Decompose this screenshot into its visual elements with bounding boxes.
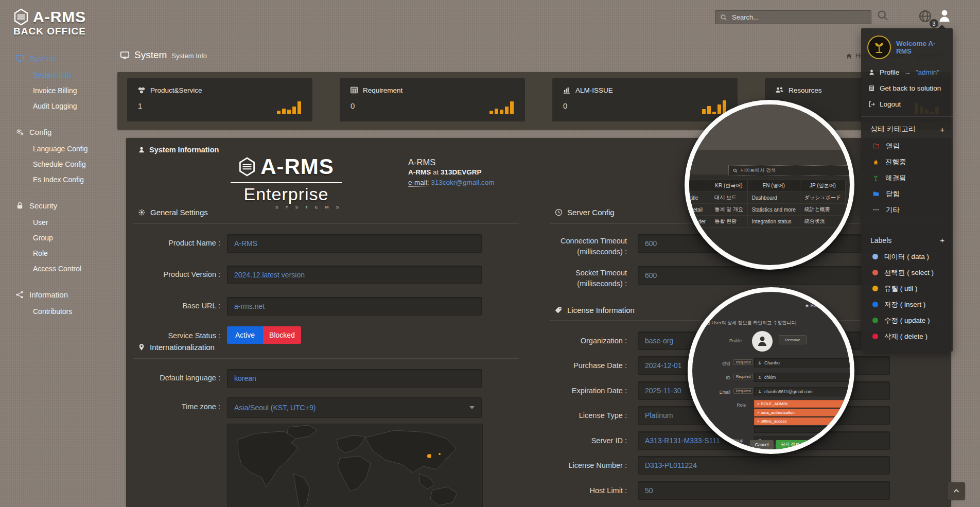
mini-required-badge: Required: [733, 388, 753, 394]
sidebar-item-system-info[interactable]: System Info: [0, 67, 116, 83]
sidebar-item-group[interactable]: Group: [0, 230, 116, 246]
server-id-label: Server ID :: [529, 436, 627, 445]
label-item-select[interactable]: 선택된 ( select ): [861, 265, 953, 281]
status-label: 열림: [886, 142, 900, 151]
search-input[interactable]: [731, 13, 866, 22]
status-item-in-progress[interactable]: 진행중: [861, 154, 953, 170]
sidebar-section-security[interactable]: Security: [0, 197, 116, 215]
user-dropdown-menu: Welcome A-RMS Profile → "admin" Get back…: [861, 28, 953, 352]
get-back-label: Get back to solution: [880, 84, 941, 92]
sidebar-item-language-config[interactable]: Language Config: [0, 141, 116, 156]
base-url-input[interactable]: [227, 297, 482, 316]
status-label: 진행중: [885, 158, 906, 167]
sidebar-item-access-control[interactable]: Access Control: [0, 261, 116, 276]
status-label: 기타: [886, 205, 900, 215]
sidebar-item-schedule-config[interactable]: Schedule Config: [0, 156, 116, 172]
status-item-open[interactable]: 열림: [861, 138, 953, 154]
mini-email-input: chanho9611@gmail.com: [754, 387, 850, 396]
mini-role-tag: × ROLE_ADMIN: [754, 400, 850, 408]
sidebar-section-system[interactable]: System: [0, 49, 116, 67]
topbar-divider: [900, 8, 900, 26]
logout-item[interactable]: Logout: [861, 96, 953, 112]
logo-sub-text: Enterprise: [231, 184, 342, 204]
mini-role-label: Role: [723, 403, 746, 408]
monitor-icon: [15, 54, 24, 63]
label-item-data[interactable]: 데이터 ( data ): [861, 249, 953, 265]
status-item-resolved[interactable]: 해결됨: [861, 170, 953, 186]
logo-hexagon-icon: [238, 157, 256, 177]
table-grid-icon: [350, 86, 358, 94]
get-back-to-solution-item[interactable]: Get back to solution: [861, 80, 953, 96]
label-dot: [872, 318, 878, 323]
label-text: 삭제 ( delete ): [884, 332, 927, 341]
product-version-input[interactable]: [227, 266, 482, 284]
mini-cancel-button: Cancel: [750, 440, 774, 449]
person-icon: [138, 146, 145, 153]
section-title: General Settings: [150, 208, 208, 217]
scroll-to-top-button[interactable]: [948, 482, 965, 500]
purchase-date-label: Purchase Date :: [529, 361, 627, 370]
add-label-button[interactable]: +: [940, 236, 944, 244]
sidebar-item-role[interactable]: Role: [0, 246, 116, 261]
stat-card-product-service[interactable]: Product&Service 1: [127, 78, 312, 121]
world-map[interactable]: [227, 424, 483, 507]
mini-bar-chart: [277, 98, 301, 114]
sidebar-section-label: System: [29, 54, 55, 63]
panel-title: System Information: [149, 146, 219, 154]
divider: [133, 358, 519, 359]
search-submit-icon[interactable]: [877, 9, 889, 22]
sidebar-section-config[interactable]: Config: [0, 123, 116, 141]
contact-company-link[interactable]: 313DEVGRP: [441, 168, 482, 176]
brand-hexagon-icon: [13, 8, 29, 26]
default-language-input[interactable]: [227, 369, 482, 388]
service-status-active-button[interactable]: Active: [227, 326, 263, 344]
socket-timeout-label: Socket Timeout(milliseconds) :: [529, 268, 627, 289]
product-name-input[interactable]: [227, 234, 482, 253]
status-category-header: 상태 카테고리 +: [861, 120, 953, 138]
page-title-main: System: [134, 49, 167, 61]
sidebar-item-user[interactable]: User: [0, 215, 116, 230]
profile-label: Profile: [880, 68, 899, 76]
contact-product: A-RMS: [408, 157, 495, 167]
brand-subtitle: BACK OFFICE: [13, 26, 86, 37]
mini-email-label: Email: [708, 390, 730, 395]
license-number-input[interactable]: [638, 456, 890, 475]
status-item-etc[interactable]: 기타: [861, 202, 953, 218]
sidebar-item-audit-logging[interactable]: Audit Logging: [0, 98, 116, 114]
sidebar-section-information[interactable]: Information: [0, 286, 116, 304]
email-link[interactable]: 313cokr@gmail.com: [431, 179, 494, 186]
server-config-header: Server Config: [555, 208, 615, 217]
contact-block: A-RMS A-RMS at 313DEVGRP e-mail: 313cokr…: [408, 157, 495, 188]
section-title: Internationalization: [150, 343, 215, 352]
gear-icon: [138, 208, 146, 216]
profile-menu-item[interactable]: Profile → "admin": [861, 64, 953, 80]
sidebar-item-es-index-config[interactable]: Es Index Config: [0, 172, 116, 187]
logo-tiny-text: S Y S T E M S: [231, 205, 342, 209]
sidebar-item-contributors[interactable]: Contributors: [0, 304, 116, 319]
host-limit-input[interactable]: [638, 481, 890, 500]
stat-card-alm-issue[interactable]: ALM-ISSUE 0: [552, 78, 738, 121]
brand-logo[interactable]: A-RMS BACK OFFICE: [13, 8, 86, 37]
user-menu-icon[interactable]: [937, 8, 952, 24]
sidebar-item-invoice-billing[interactable]: Invoice Billing: [0, 83, 116, 98]
arms-enterprise-logo: A-RMS Enterprise S Y S T E M S: [231, 154, 342, 209]
label-item-delete[interactable]: 삭제 ( delete ): [861, 328, 953, 344]
welcome-text: Welcome A-RMS: [896, 40, 947, 55]
time-zone-select[interactable]: Asia/Seoul (KST, UTC+9): [227, 397, 482, 418]
internationalization-header: Internationalization: [138, 343, 215, 352]
contact-company-bold: A-RMS: [408, 168, 431, 176]
service-status-blocked-button[interactable]: Blocked: [263, 326, 301, 344]
contact-company-mid: at: [433, 168, 439, 176]
label-item-insert[interactable]: 저장 ( insert ): [861, 296, 953, 312]
add-status-category-button[interactable]: +: [940, 125, 944, 134]
logo-main-text: A-RMS: [260, 154, 334, 179]
mini-name-input: Chanho: [754, 358, 850, 368]
stat-card-requirement[interactable]: Requirement 0: [340, 78, 525, 121]
label-item-update[interactable]: 수정 ( update ): [861, 312, 953, 328]
mini-required-badge: Required: [733, 374, 753, 379]
sidebar-nav: System System Info Invoice Billing Audit…: [0, 49, 116, 319]
label-item-util[interactable]: 유틸 ( util ): [861, 281, 953, 296]
mini-id-input: chkim: [754, 373, 850, 382]
topbar-search[interactable]: [715, 10, 871, 24]
status-item-closed[interactable]: 닫힘: [861, 186, 953, 202]
